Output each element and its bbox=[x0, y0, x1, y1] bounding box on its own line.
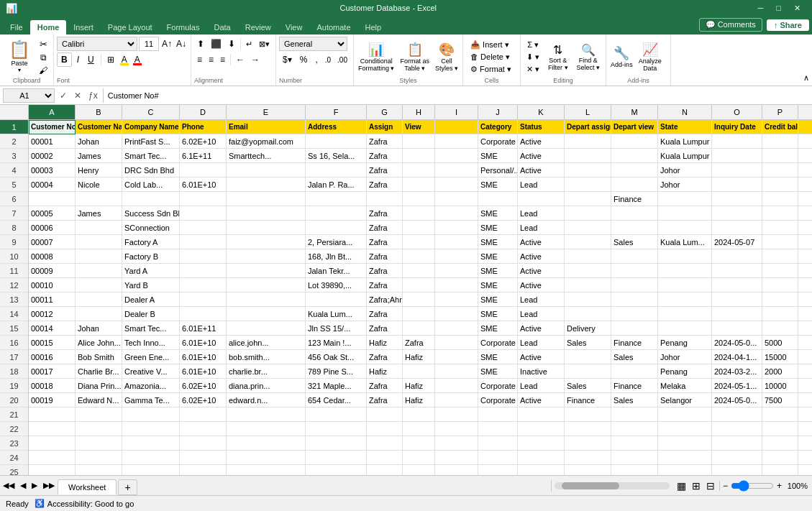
conditional-formatting-button[interactable]: 📊 Conditional Formatting ▾ bbox=[357, 40, 396, 73]
cell-O11[interactable] bbox=[712, 264, 762, 278]
tab-view[interactable]: View bbox=[278, 20, 310, 34]
cell-G11[interactable]: Zafra bbox=[367, 264, 403, 278]
cell-N24[interactable] bbox=[658, 451, 712, 465]
cell-C10[interactable]: Factory B bbox=[122, 249, 180, 264]
cell-F25[interactable] bbox=[306, 465, 367, 475]
col-header-o[interactable]: O bbox=[712, 105, 762, 119]
cell-Q8[interactable] bbox=[798, 221, 812, 235]
cell-D5[interactable]: 6.01E+10 bbox=[180, 178, 227, 192]
cell-I9[interactable] bbox=[435, 235, 478, 249]
cell-D8[interactable] bbox=[180, 221, 227, 235]
row-num-7[interactable]: 7 bbox=[0, 206, 28, 221]
cell-O23[interactable] bbox=[712, 436, 762, 451]
cell-G5[interactable]: Zafra bbox=[367, 178, 403, 192]
align-top-button[interactable]: ⬆ bbox=[194, 37, 207, 51]
cell-L18[interactable] bbox=[565, 364, 611, 379]
cell-B3[interactable]: James bbox=[76, 149, 122, 163]
cell-J2[interactable]: Corporate bbox=[478, 134, 518, 149]
cell-J18[interactable]: SME bbox=[478, 364, 518, 379]
cell-G20[interactable]: Zafra bbox=[367, 393, 403, 408]
cell-I14[interactable] bbox=[435, 307, 478, 321]
sort-filter-button[interactable]: ⇅ Sort & Filter ▾ bbox=[545, 42, 571, 72]
cell-J7[interactable]: SME bbox=[478, 206, 518, 221]
cell-F7[interactable] bbox=[306, 206, 367, 221]
cell-O8[interactable] bbox=[712, 221, 762, 235]
cell-Q14[interactable] bbox=[798, 307, 812, 321]
cell-E8[interactable] bbox=[227, 221, 306, 235]
cell-H1[interactable]: View bbox=[403, 120, 435, 134]
cell-O7[interactable] bbox=[712, 206, 762, 221]
cell-I17[interactable] bbox=[435, 350, 478, 364]
row-num-24[interactable]: 24 bbox=[0, 451, 28, 465]
cell-H7[interactable] bbox=[403, 206, 435, 221]
cell-D14[interactable] bbox=[180, 307, 227, 321]
cell-F2[interactable] bbox=[306, 134, 367, 149]
cell-B5[interactable]: Nicole bbox=[76, 178, 122, 192]
cell-D15[interactable]: 6.01E+11 bbox=[180, 321, 227, 336]
cell-Q21[interactable] bbox=[798, 408, 812, 422]
cell-F1[interactable]: Address bbox=[306, 120, 367, 134]
row-num-16[interactable]: 16 bbox=[0, 336, 28, 350]
cell-O12[interactable] bbox=[712, 278, 762, 293]
cell-C15[interactable]: Smart Tec... bbox=[122, 321, 180, 336]
tab-review[interactable]: Review bbox=[238, 20, 278, 34]
cell-E6[interactable] bbox=[227, 192, 306, 206]
cell-I3[interactable] bbox=[435, 149, 478, 163]
cell-I21[interactable] bbox=[435, 408, 478, 422]
cell-G18[interactable]: Hafiz bbox=[367, 364, 403, 379]
cell-H22[interactable] bbox=[403, 422, 435, 436]
row-num-15[interactable]: 15 bbox=[0, 321, 28, 336]
cell-O2[interactable] bbox=[712, 134, 762, 149]
cell-M20[interactable]: Sales bbox=[611, 393, 658, 408]
decimal-increase-button[interactable]: .0 bbox=[322, 52, 334, 67]
cell-O5[interactable] bbox=[712, 178, 762, 192]
cell-P24[interactable] bbox=[762, 451, 798, 465]
insert-button[interactable]: 📥 Insert ▾ bbox=[466, 40, 517, 50]
cell-G25[interactable] bbox=[367, 465, 403, 475]
cell-G9[interactable]: Zafra bbox=[367, 235, 403, 249]
cell-J12[interactable]: SME bbox=[478, 278, 518, 293]
cell-Q24[interactable] bbox=[798, 451, 812, 465]
cell-F9[interactable]: 2, Persiara... bbox=[306, 235, 367, 249]
cell-F13[interactable] bbox=[306, 293, 367, 307]
cell-A2[interactable]: 00001 bbox=[29, 134, 76, 149]
cell-H8[interactable] bbox=[403, 221, 435, 235]
cell-H15[interactable] bbox=[403, 321, 435, 336]
cell-D11[interactable] bbox=[180, 264, 227, 278]
cell-A19[interactable]: 00018 bbox=[29, 379, 76, 393]
cell-L1[interactable]: Depart assign bbox=[565, 120, 611, 134]
cell-P11[interactable] bbox=[762, 264, 798, 278]
cell-B24[interactable] bbox=[76, 451, 122, 465]
cell-Q25[interactable] bbox=[798, 465, 812, 475]
cell-L22[interactable] bbox=[565, 422, 611, 436]
indent-increase-button[interactable]: → bbox=[248, 52, 263, 67]
cell-Q20[interactable] bbox=[798, 393, 812, 408]
cell-A11[interactable]: 00009 bbox=[29, 264, 76, 278]
cell-L2[interactable] bbox=[565, 134, 611, 149]
cell-P6[interactable] bbox=[762, 192, 798, 206]
cell-J20[interactable]: Corporate bbox=[478, 393, 518, 408]
cell-E21[interactable] bbox=[227, 408, 306, 422]
cut-button[interactable]: ✂ bbox=[36, 38, 50, 50]
cell-F12[interactable]: Lot 39890,... bbox=[306, 278, 367, 293]
row-num-9[interactable]: 9 bbox=[0, 235, 28, 249]
cell-C3[interactable]: Smart Tec... bbox=[122, 149, 180, 163]
row-num-12[interactable]: 12 bbox=[0, 278, 28, 293]
cell-A12[interactable]: 00010 bbox=[29, 278, 76, 293]
cell-N6[interactable] bbox=[658, 192, 712, 206]
cell-K14[interactable]: Lead bbox=[518, 307, 565, 321]
cell-L15[interactable]: Delivery bbox=[565, 321, 611, 336]
cell-B19[interactable]: Diana Prin... bbox=[76, 379, 122, 393]
cell-M1[interactable]: Depart view bbox=[611, 120, 658, 134]
cell-A14[interactable]: 00012 bbox=[29, 307, 76, 321]
cell-I5[interactable] bbox=[435, 178, 478, 192]
row-num-3[interactable]: 3 bbox=[0, 149, 28, 163]
cell-D20[interactable]: 6.02E+10 bbox=[180, 393, 227, 408]
cell-L24[interactable] bbox=[565, 451, 611, 465]
cell-N7[interactable] bbox=[658, 206, 712, 221]
cell-F4[interactable] bbox=[306, 163, 367, 178]
cell-E15[interactable] bbox=[227, 321, 306, 336]
cell-Q1[interactable] bbox=[798, 120, 812, 134]
cell-H2[interactable] bbox=[403, 134, 435, 149]
maximize-button[interactable]: □ bbox=[770, 4, 787, 13]
